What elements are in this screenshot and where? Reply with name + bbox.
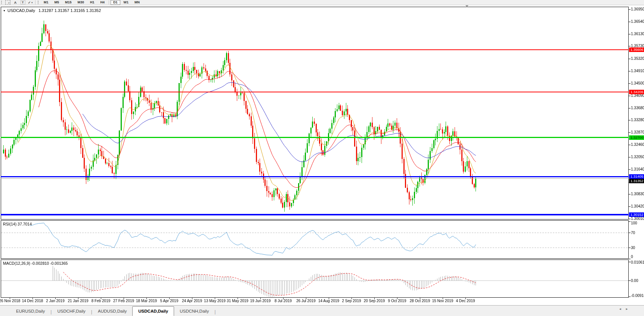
support-line-lower[interactable] xyxy=(1,214,629,215)
resistance-line-lower[interactable] xyxy=(1,92,629,92)
chart-tab-usdcnh[interactable]: USDCNH,Daily xyxy=(174,307,214,315)
rsi-indicator-label: RSI(14) 37.7014 xyxy=(3,222,32,226)
date-axis-label: 28 Oct 2019 xyxy=(410,299,430,303)
price-axis-tick-label: 1.32460 xyxy=(631,142,644,147)
date-axis-label: 18 Mar 2019 xyxy=(136,299,157,303)
rsi-axis-tick-label: 0 xyxy=(631,255,633,259)
date-axis-label: 8 Jul 2019 xyxy=(275,299,292,303)
date-axis-label: 14 Dec 2018 xyxy=(22,299,43,303)
price-axis-tick-label: 1.31640 xyxy=(631,167,644,171)
price-axis-tick-label: 1.34910 xyxy=(631,69,644,73)
date-axis-label: 4 Dec 2019 xyxy=(456,299,475,303)
price-axis-tick-label: 1.32870 xyxy=(631,130,644,134)
price-axis-tick-label: 1.32050 xyxy=(631,155,644,159)
rsi-axis-tick-label: 70 xyxy=(631,231,635,235)
tab-scroll-arrows: ◄► xyxy=(619,307,632,311)
price-axis-tick-label: 1.30830 xyxy=(631,192,644,196)
date-axis-label: 20 Sep 2019 xyxy=(364,299,385,303)
chart-ohlc-values: 1.31287 1.31357 1.31165 1.31352 xyxy=(38,8,101,13)
resistance-line-lower-price-label: 1.34206 xyxy=(629,90,644,94)
pivot-line-green[interactable] xyxy=(1,137,629,138)
chart-tab-eurusd[interactable]: EURUSD,Daily xyxy=(10,307,50,315)
timeframe-button-w1[interactable]: W1 xyxy=(121,0,131,5)
chart-window: ▼USDCAD,Daily1.31287 1.31357 1.31165 1.3… xyxy=(0,0,644,316)
text-label-icon[interactable]: T xyxy=(20,0,25,4)
price-axis-tick-label: 1.33680 xyxy=(631,106,644,110)
chart-symbol-period: USDCAD,Daily xyxy=(7,8,35,13)
chart-shift-marker[interactable] xyxy=(465,5,468,7)
date-axis-label: 26 Nov 2018 xyxy=(0,299,20,303)
rsi-axis-tick-label: 100 xyxy=(631,221,637,225)
date-axis-label: 13 May 2019 xyxy=(204,299,226,303)
date-axis-label: 31 May 2019 xyxy=(227,299,248,303)
current-price-line xyxy=(1,178,629,179)
price-axis-tick-label: 1.36540 xyxy=(631,19,644,24)
timeframe-separator xyxy=(109,0,109,4)
dropdown-caret-icon[interactable]: ▾ xyxy=(31,1,32,4)
support-line-lower-price-label: 1.30152 xyxy=(629,212,644,217)
date-axis-label: 24 Apr 2019 xyxy=(182,299,202,303)
price-axis-tick-label: 1.36950 xyxy=(631,7,644,11)
chart-title: ▼USDCAD,Daily1.31287 1.31357 1.31165 1.3… xyxy=(3,8,101,13)
macd-indicator-label: MACD(12,26,9) -0.002810 -0.001365 xyxy=(3,261,68,266)
date-axis-label: 14 Aug 2019 xyxy=(318,299,339,303)
price-axis-tick-label: 1.35320 xyxy=(631,56,644,61)
pivot-line-green-price-label: 1.32700 xyxy=(629,135,644,140)
tab-scroll-right-icon[interactable]: ► xyxy=(625,307,632,311)
price-axis-tick-label: 1.36130 xyxy=(631,32,644,36)
macd-axis-tick-label: 0.00 xyxy=(631,279,638,283)
current-price-label: 1.31352 xyxy=(629,179,644,183)
date-axis-label: 2 Sep 2019 xyxy=(342,299,361,303)
price-axis-tick-label: 1.33280 xyxy=(631,118,644,122)
text-icon[interactable]: A xyxy=(13,0,18,4)
date-axis-label: 19 Jun 2019 xyxy=(250,299,270,303)
chart-tab-audusd[interactable]: AUDUSD,Daily xyxy=(92,307,132,315)
chart-tab-usdchf[interactable]: USDCHF,Daily xyxy=(52,307,91,315)
macd-axis-tick-label: 0.010615 xyxy=(631,260,644,264)
price-axis-tick-label: 1.30010 xyxy=(631,217,644,221)
price-axis-tick-label: 1.30420 xyxy=(631,204,644,208)
timeframe-button-m1[interactable]: M1 xyxy=(41,0,51,5)
top-toolbar: FAT✓▾ M1M5M15M30H1H4D1W1MN xyxy=(0,0,644,5)
collapse-chart-icon[interactable]: ▼ xyxy=(3,9,6,12)
price-chart-canvas[interactable] xyxy=(0,0,644,316)
resistance-line-upper[interactable] xyxy=(1,49,629,50)
timeframe-button-m5[interactable]: M5 xyxy=(52,0,62,5)
date-axis-label: 8 Feb 2019 xyxy=(92,299,111,303)
timeframe-button-mn[interactable]: MN xyxy=(132,0,142,5)
date-axis-label: 5 Apr 2019 xyxy=(160,299,178,303)
date-axis-label: 27 Feb 2019 xyxy=(113,299,134,303)
toolbar-grip[interactable] xyxy=(1,1,3,4)
chart-tabs-bar: EURUSD,Daily|USDCHF,Daily|AUDUSD,DailyUS… xyxy=(0,305,644,316)
chart-tab-usdcad[interactable]: USDCAD,Daily xyxy=(132,306,174,316)
tab-scroll-left-icon[interactable]: ◄ xyxy=(619,307,625,311)
rsi-axis-tick-label: 30 xyxy=(631,246,635,250)
timeframe-button-h4[interactable]: H4 xyxy=(98,0,108,5)
toolbar-grip-2[interactable] xyxy=(38,1,39,4)
timeframe-button-d1[interactable]: D1 xyxy=(111,0,120,5)
date-axis-label: 2 Jan 2019 xyxy=(46,299,65,303)
price-axis-tick-label: 1.34500 xyxy=(631,81,644,85)
date-axis-label: 9 Oct 2019 xyxy=(388,299,406,303)
date-axis-label: 15 Nov 2019 xyxy=(432,299,453,303)
timeframe-button-m15[interactable]: M15 xyxy=(62,0,74,5)
timeframe-button-m30[interactable]: M30 xyxy=(75,0,87,5)
date-axis-label: 26 Jul 2019 xyxy=(296,299,316,303)
date-axis-label: 21 Jan 2019 xyxy=(68,299,88,303)
support-line-upper-price-label: 1.31405 xyxy=(629,174,644,179)
drawing-tools-icon[interactable]: ✓▾ xyxy=(28,0,33,4)
selection-box-icon[interactable]: F xyxy=(5,0,10,4)
macd-axis-tick-label: -0.00918 xyxy=(631,294,644,298)
support-line-upper[interactable] xyxy=(1,176,629,177)
tab-separator: | xyxy=(214,309,216,315)
timeframe-button-h1[interactable]: H1 xyxy=(87,0,97,5)
toolbar-separator xyxy=(35,0,35,4)
resistance-line-upper-price-label: 1.35606 xyxy=(629,47,644,52)
